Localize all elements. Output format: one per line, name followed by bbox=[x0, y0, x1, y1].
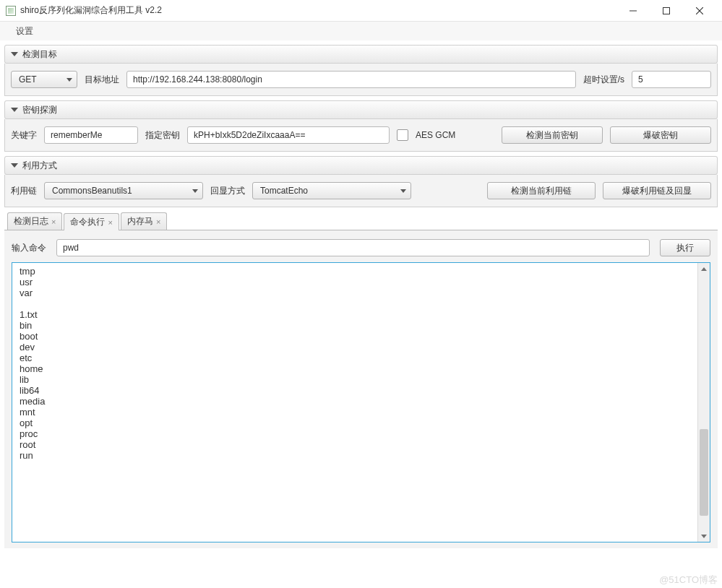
close-icon[interactable]: × bbox=[51, 217, 56, 226]
keyword-input[interactable] bbox=[44, 126, 138, 144]
panel-target-title: 检测目标 bbox=[22, 48, 57, 61]
svg-rect-1 bbox=[663, 7, 670, 14]
scroll-up-icon[interactable] bbox=[698, 263, 710, 274]
execute-button[interactable]: 执行 bbox=[660, 239, 710, 256]
http-method-select[interactable]: GET bbox=[11, 71, 77, 88]
specified-key-label: 指定密钥 bbox=[145, 129, 180, 142]
minimize-button[interactable] bbox=[616, 0, 650, 22]
chain-value: CommonsBeanutils1 bbox=[52, 186, 132, 196]
brute-key-button[interactable]: 爆破密钥 bbox=[610, 126, 711, 144]
chevron-down-icon bbox=[11, 163, 18, 168]
chain-label: 利用链 bbox=[11, 185, 37, 197]
panel-exploit-header[interactable]: 利用方式 bbox=[4, 156, 718, 175]
cmd-output[interactable]: tmp usr var 1.txt bin boot dev etc home … bbox=[12, 262, 710, 542]
panel-target: 检测目标 GET 目标地址 超时设置/s bbox=[4, 45, 718, 96]
keyword-label: 关键字 bbox=[11, 129, 37, 142]
chevron-down-icon bbox=[11, 108, 18, 112]
panel-target-header[interactable]: 检测目标 bbox=[4, 45, 718, 64]
tab-mem[interactable]: 内存马 × bbox=[121, 212, 167, 230]
timeout-label: 超时设置/s bbox=[583, 74, 624, 86]
url-label: 目标地址 bbox=[85, 74, 119, 86]
cmd-input-label: 输入命令 bbox=[12, 242, 46, 254]
panel-exploit-title: 利用方式 bbox=[22, 160, 57, 172]
tab-mem-label: 内存马 bbox=[127, 215, 153, 228]
panel-key: 密钥探测 关键字 指定密钥 AES GCM 检测当前密钥 爆破密钥 bbox=[4, 100, 718, 152]
close-icon[interactable]: × bbox=[108, 218, 112, 227]
panel-exploit: 利用方式 利用链 CommonsBeanutils1 回显方式 TomcatEc… bbox=[4, 156, 718, 207]
detect-chain-button[interactable]: 检测当前利用链 bbox=[487, 182, 596, 199]
tab-body-cmd: 输入命令 执行 tmp usr var 1.txt bin boot dev e… bbox=[4, 230, 718, 548]
maximize-button[interactable] bbox=[650, 0, 683, 22]
titlebar: shiro反序列化漏洞综合利用工具 v2.2 bbox=[0, 0, 722, 22]
chevron-down-icon bbox=[66, 78, 72, 82]
echo-value: TomcatEcho bbox=[260, 186, 308, 196]
close-icon[interactable]: × bbox=[156, 217, 160, 226]
cmd-input[interactable] bbox=[56, 239, 650, 256]
echo-label: 回显方式 bbox=[210, 185, 245, 197]
tab-cmd[interactable]: 命令执行 × bbox=[64, 213, 119, 230]
watermark: @51CTO博客 bbox=[659, 574, 718, 587]
app-icon bbox=[6, 6, 16, 16]
detect-key-button[interactable]: 检测当前密钥 bbox=[502, 126, 603, 144]
chevron-down-icon bbox=[11, 52, 18, 56]
echo-select[interactable]: TomcatEcho bbox=[252, 182, 411, 199]
http-method-value: GET bbox=[19, 74, 37, 85]
aes-gcm-label: AES GCM bbox=[416, 130, 455, 140]
brute-chain-button[interactable]: 爆破利用链及回显 bbox=[603, 182, 711, 199]
chevron-down-icon bbox=[400, 189, 406, 193]
panel-key-title: 密钥探测 bbox=[22, 104, 57, 116]
tab-log-label: 检测日志 bbox=[14, 215, 48, 228]
window-title: shiro反序列化漏洞综合利用工具 v2.2 bbox=[20, 4, 162, 17]
close-button[interactable] bbox=[683, 0, 716, 22]
aes-gcm-checkbox[interactable] bbox=[397, 129, 408, 141]
chain-select[interactable]: CommonsBeanutils1 bbox=[44, 182, 203, 199]
tabs: 检测日志 × 命令执行 × 内存马 × bbox=[4, 212, 718, 230]
panel-key-header[interactable]: 密钥探测 bbox=[4, 100, 718, 119]
url-input[interactable] bbox=[126, 71, 576, 88]
chevron-down-icon bbox=[192, 189, 198, 193]
scroll-down-icon[interactable] bbox=[698, 530, 710, 542]
menubar: 设置 bbox=[0, 22, 722, 40]
scrollbar[interactable] bbox=[697, 263, 710, 542]
tab-log[interactable]: 检测日志 × bbox=[7, 212, 62, 230]
scrollbar-thumb[interactable] bbox=[700, 429, 708, 516]
timeout-input[interactable] bbox=[632, 71, 711, 88]
specified-key-input[interactable] bbox=[187, 126, 390, 144]
tab-cmd-label: 命令执行 bbox=[70, 216, 105, 228]
menu-settings[interactable]: 设置 bbox=[10, 23, 39, 40]
